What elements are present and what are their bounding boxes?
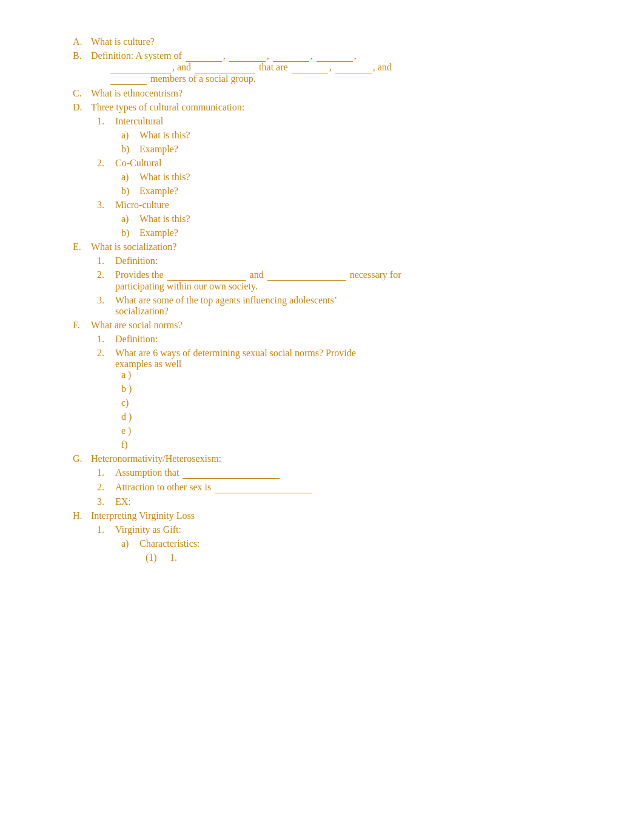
text-d3: Micro-culture <box>115 200 595 211</box>
item-a: A. What is culture? <box>73 36 595 47</box>
label-e2: 2. <box>97 269 115 280</box>
label-d1a: a) <box>121 130 139 141</box>
label-f: F. <box>73 320 91 331</box>
label-f1: 1. <box>97 334 115 345</box>
text-g: Heteronormativity/Heterosexism: <box>91 453 595 464</box>
label-g: G. <box>73 453 91 464</box>
item-d3-subs: a) What is this? b) Example? <box>121 214 595 238</box>
item-h1a1: (1) 1. <box>146 552 595 563</box>
blank-b5 <box>110 62 171 73</box>
text-d1b: Example? <box>139 144 595 155</box>
blank-b1 <box>186 50 222 62</box>
label-f2a: a ) <box>121 370 146 380</box>
blank-g2 <box>215 482 312 493</box>
text-g1: Assumption that <box>115 467 595 479</box>
label-h1a: a) <box>121 538 139 549</box>
item-d1: 1. Intercultural a) What is this? b) Exa… <box>97 116 595 155</box>
blank-b6 <box>195 62 255 73</box>
label-d1b: b) <box>121 144 139 155</box>
text-f2: What are 6 ways of determining sexual so… <box>115 348 595 359</box>
item-g2: 2. Attraction to other sex is <box>97 482 595 493</box>
item-h: H. Interpreting Virginity Loss <box>73 510 595 521</box>
text-d1: Intercultural <box>115 116 595 127</box>
item-g3: 3. EX: <box>97 496 595 507</box>
label-d2a: a) <box>121 172 139 183</box>
text-d2b: Example? <box>139 186 595 197</box>
item-d2-subs: a) What is this? b) Example? <box>121 172 595 197</box>
item-d: D. Three types of cultural communication… <box>73 102 595 113</box>
continuation-b2: members of a social group. <box>91 73 595 85</box>
text-d3b: Example? <box>139 228 595 238</box>
item-e: E. What is socialization? <box>73 242 595 252</box>
label-a: A. <box>73 36 91 47</box>
item-g: G. Heteronormativity/Heterosexism: <box>73 453 595 464</box>
text-d3a: What is this? <box>139 214 595 225</box>
label-c: C. <box>73 88 91 99</box>
item-e1: 1. Definition: <box>97 255 595 266</box>
item-d3: 3. Micro-culture a) What is this? b) Exa… <box>97 200 595 238</box>
label-d3b: b) <box>121 228 139 238</box>
text-f: What are social norms? <box>91 320 595 331</box>
text-d1a: What is this? <box>139 130 595 141</box>
blank-b3 <box>273 50 309 62</box>
item-f: F. What are social norms? <box>73 320 595 331</box>
label-d3: 3. <box>97 200 115 211</box>
continuation-e3: socialization? <box>115 306 595 317</box>
label-f2: 2. <box>97 348 115 359</box>
continuation-f2: examples as well <box>115 359 595 370</box>
text-e: What is socialization? <box>91 242 595 252</box>
page-content: A. What is culture? B. Definition: A sys… <box>73 36 595 563</box>
label-e3: 3. <box>97 295 115 306</box>
text-e3: What are some of the top agents influenc… <box>115 295 595 306</box>
blank-b7 <box>292 62 328 73</box>
label-e: E. <box>73 242 91 252</box>
label-g1: 1. <box>97 467 115 478</box>
item-g1: 1. Assumption that <box>97 467 595 479</box>
item-c: C. What is ethnocentrism? <box>73 88 595 99</box>
item-h1a: a) Characteristics: (1) 1. <box>121 538 595 563</box>
label-b: B. <box>73 50 91 61</box>
text-c: What is ethnocentrism? <box>91 88 595 99</box>
item-e3: 3. What are some of the top agents influ… <box>97 295 595 317</box>
blank-b9 <box>110 73 147 85</box>
item-b: B. Definition: A system of , , , , , and… <box>73 50 595 85</box>
label-d3a: a) <box>121 214 139 225</box>
text-b: Definition: A system of , , , , <box>91 50 595 62</box>
text-g3: EX: <box>115 496 595 507</box>
continuation-b1: , and that are , , and <box>91 62 595 73</box>
continuation-e2: participating within our own society. <box>115 281 595 292</box>
label-d1: 1. <box>97 116 115 127</box>
label-e1: 1. <box>97 255 115 266</box>
text-d: Three types of cultural communication: <box>91 102 595 113</box>
label-d: D. <box>73 102 91 113</box>
item-d1-subs: a) What is this? b) Example? <box>121 130 595 155</box>
label-f2b: b ) <box>121 384 146 394</box>
text-e2: Provides the and necessary for <box>115 269 595 281</box>
item-f1: 1. Definition: <box>97 334 595 345</box>
item-h1: 1. Virginity as Gift: a) Characteristics… <box>97 524 595 563</box>
text-a: What is culture? <box>91 36 595 47</box>
label-h: H. <box>73 510 91 521</box>
text-f1: Definition: <box>115 334 595 345</box>
text-h: Interpreting Virginity Loss <box>91 510 595 521</box>
item-f2-subs: a ) b ) c) d ) e ) f) <box>121 370 595 450</box>
text-d2: Co-Cultural <box>115 158 595 169</box>
blank-b4 <box>317 50 353 62</box>
label-h1a1: (1) <box>146 552 170 563</box>
blank-e2b <box>267 269 346 281</box>
label-f2d: d ) <box>121 411 146 422</box>
label-h1: 1. <box>97 524 115 535</box>
label-f2e: e ) <box>121 425 146 436</box>
text-g2: Attraction to other sex is <box>115 482 595 493</box>
blank-b8 <box>335 62 372 73</box>
text-h1a: Characteristics: <box>139 538 595 549</box>
item-f2: 2. What are 6 ways of determining sexual… <box>97 348 595 450</box>
text-e1: Definition: <box>115 255 595 266</box>
blank-g1 <box>183 467 280 479</box>
label-g2: 2. <box>97 482 115 493</box>
label-g3: 3. <box>97 496 115 507</box>
item-e2: 2. Provides the and necessary for partic… <box>97 269 595 292</box>
text-h1a1: 1. <box>170 552 595 563</box>
label-d2: 2. <box>97 158 115 169</box>
blank-b2 <box>229 50 266 62</box>
